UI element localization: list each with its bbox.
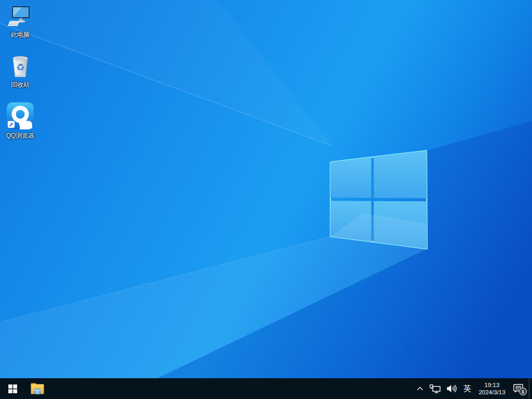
show-desktop-button[interactable] bbox=[529, 378, 532, 399]
clock-time: 19:13 bbox=[485, 381, 500, 389]
taskbar: 英 19:13 2024/3/13 1 bbox=[0, 378, 532, 399]
file-explorer-button[interactable] bbox=[25, 378, 50, 399]
clock-date: 2024/3/13 bbox=[478, 389, 505, 396]
speaker-volume-icon bbox=[447, 384, 457, 393]
taskbar-clock[interactable]: 19:13 2024/3/13 bbox=[475, 378, 509, 399]
desktop-icon-this-pc[interactable]: 此电脑 bbox=[0, 4, 41, 38]
wallpaper-image bbox=[0, 0, 532, 378]
network-button[interactable] bbox=[427, 378, 444, 399]
recycle-bin-icon: ♻ bbox=[7, 53, 33, 80]
shortcut-arrow-badge bbox=[8, 121, 15, 128]
notification-badge: 1 bbox=[519, 388, 527, 395]
desktop-icon-recycle-bin[interactable]: ♻ 回收站 bbox=[0, 53, 41, 88]
action-center-button[interactable]: 1 bbox=[509, 378, 529, 399]
desktop-icon-qq-browser[interactable]: QQ浏览器 bbox=[0, 102, 41, 139]
taskbar-empty-area bbox=[50, 378, 414, 399]
qq-browser-icon bbox=[6, 102, 34, 131]
desktop-icon-label: 回收站 bbox=[11, 81, 30, 88]
volume-button[interactable] bbox=[444, 378, 460, 399]
start-button[interactable] bbox=[0, 378, 25, 399]
desktop-icon-label: QQ浏览器 bbox=[6, 132, 35, 139]
ime-language-indicator[interactable]: 英 bbox=[460, 378, 475, 399]
file-explorer-icon bbox=[31, 383, 44, 394]
windows-start-icon bbox=[8, 384, 17, 393]
chevron-up-icon bbox=[417, 387, 423, 391]
this-pc-icon bbox=[7, 4, 33, 30]
ethernet-network-icon bbox=[430, 384, 441, 393]
hidden-icons-button[interactable] bbox=[414, 378, 427, 399]
svg-text:♻: ♻ bbox=[16, 62, 24, 73]
desktop-background[interactable]: 此电脑 ♻ 回收站 bbox=[0, 0, 532, 378]
desktop-icon-label: 此电脑 bbox=[11, 31, 30, 38]
system-tray: 英 19:13 2024/3/13 1 bbox=[414, 378, 532, 399]
